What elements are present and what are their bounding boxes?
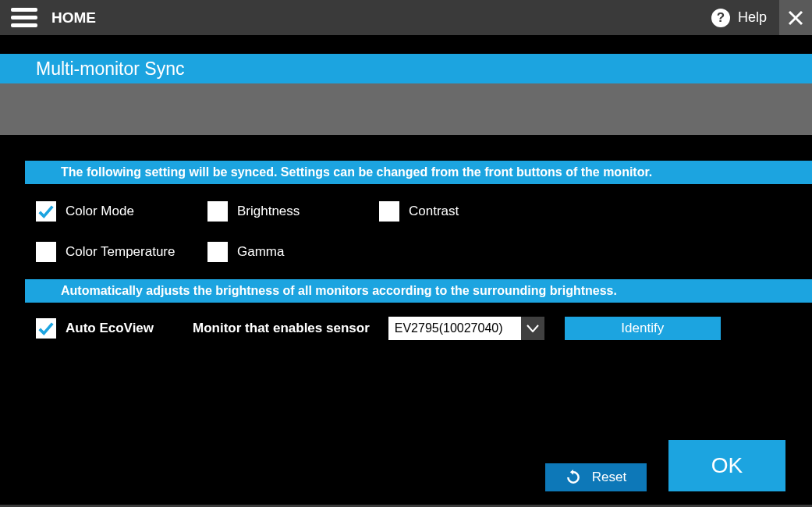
checkbox-label: Color Temperature <box>66 244 175 260</box>
checkbox-contrast[interactable] <box>379 201 399 222</box>
ecoview-row: Auto EcoView Monitor that enables sensor… <box>25 303 812 340</box>
checkbox-brightness[interactable] <box>207 201 228 222</box>
home-label[interactable]: HOME <box>51 9 96 27</box>
help-button[interactable]: ? Help <box>711 0 767 35</box>
checkbox-color-temp[interactable] <box>36 242 56 262</box>
reset-button[interactable]: Reset <box>545 463 647 491</box>
sensor-label: Monitor that enables sensor <box>193 321 370 336</box>
ok-button[interactable]: OK <box>668 440 785 491</box>
check-item-color-mode: Color Mode <box>36 201 207 222</box>
check-item-contrast: Contrast <box>379 201 551 222</box>
close-button[interactable] <box>779 0 812 35</box>
reset-label: Reset <box>592 470 626 485</box>
check-item-gamma: Gamma <box>207 242 379 262</box>
checkbox-label: Brightness <box>237 204 300 219</box>
checkbox-auto-ecoview[interactable] <box>36 318 56 339</box>
chevron-down-icon[interactable] <box>521 317 544 340</box>
sync-options-grid: Color Mode Brightness Contrast Color Tem… <box>25 184 812 279</box>
reset-icon <box>566 470 581 485</box>
subheader-band <box>0 83 812 135</box>
footer: Reset OK <box>545 440 785 491</box>
checkbox-label: Contrast <box>409 204 459 219</box>
checkbox-color-mode[interactable] <box>36 201 56 222</box>
help-icon: ? <box>711 9 730 27</box>
auto-ecoview-label: Auto EcoView <box>66 321 154 336</box>
sensor-select[interactable]: EV2795(10027040) <box>388 317 544 340</box>
checkbox-label: Gamma <box>237 244 284 260</box>
help-label: Help <box>738 9 767 26</box>
ecoview-section-header: Automatically adjusts the brightness of … <box>25 279 812 303</box>
close-icon <box>788 10 803 26</box>
sync-section-header: The following setting will be synced. Se… <box>25 161 812 184</box>
menu-icon[interactable] <box>11 5 37 31</box>
checkbox-label: Color Mode <box>66 204 134 219</box>
identify-button[interactable]: Identify <box>565 317 721 340</box>
checkbox-gamma[interactable] <box>207 242 228 262</box>
check-item-brightness: Brightness <box>207 201 379 222</box>
top-bar: HOME ? Help <box>0 0 812 35</box>
page-title: Multi-monitor Sync <box>0 54 812 83</box>
sensor-select-value: EV2795(10027040) <box>388 317 521 340</box>
check-item-color-temp: Color Temperature <box>36 242 207 262</box>
